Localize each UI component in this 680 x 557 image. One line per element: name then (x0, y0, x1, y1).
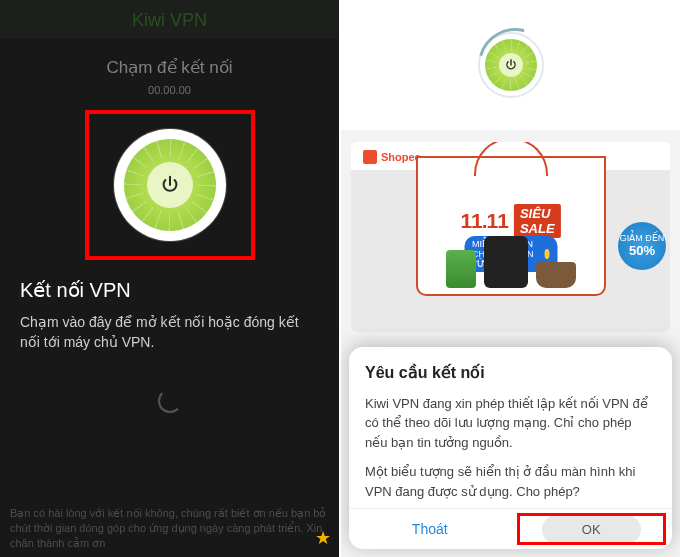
dialog-body-2: Một biểu tượng sẽ hiển thị ở đầu màn hìn… (365, 462, 656, 501)
connect-button[interactable] (114, 129, 226, 241)
ad-banner[interactable]: Shopee 11.11 SIÊU SALE MIỄN PHÍ VẬN CHUY… (351, 142, 670, 332)
dialog-body-1: Kiwi VPN đang xin phép thiết lập kết nối… (365, 394, 656, 453)
shopping-bag-graphic: 11.11 SIÊU SALE MIỄN PHÍ VẬN CHUYỂN ĐƠN … (416, 156, 606, 296)
tap-to-connect-label: Chạm để kết nối (0, 57, 339, 78)
sale-label: SIÊU SALE (514, 204, 561, 238)
kiwi-icon (124, 139, 216, 231)
vpn-connect-title: Kết nối VPN (20, 278, 319, 302)
connection-request-dialog: Yêu cầu kết nối Kiwi VPN đang xin phép t… (349, 347, 672, 550)
connection-timer: 00.00.00 (0, 84, 339, 96)
right-screen: Shopee 11.11 SIÊU SALE MIỄN PHÍ VẬN CHUY… (341, 0, 680, 557)
left-screen: Kiwi VPN Chạm để kết nối 00.00.00 Kết nố… (0, 0, 341, 557)
app-title: Kiwi VPN (0, 0, 339, 39)
discount-badge: GIẢM ĐẾN 50% (618, 222, 666, 270)
connect-button-highlight (85, 110, 255, 260)
shopee-logo: Shopee (363, 150, 421, 164)
feedback-footer: Bạn có hài lòng với kết nối không, chúng… (0, 506, 339, 551)
connecting-indicator (341, 0, 680, 130)
ok-button-highlight (517, 513, 667, 545)
loading-spinner-icon (158, 389, 182, 413)
dialog-actions: Thoát OK (349, 508, 672, 549)
power-icon (504, 58, 518, 72)
dialog-title: Yêu cầu kết nối (365, 363, 656, 382)
discount-percent: 50% (629, 244, 655, 258)
star-icon[interactable]: ★ (315, 527, 331, 549)
vpn-connect-description: Chạm vào đây để mở kết nối hoặc đóng kết… (20, 312, 319, 353)
sale-date: 11.11 (460, 209, 508, 233)
power-icon (159, 174, 181, 196)
cancel-button[interactable]: Thoát (349, 509, 511, 549)
product-thumbnails (446, 236, 576, 288)
shopee-bag-icon (363, 150, 377, 164)
